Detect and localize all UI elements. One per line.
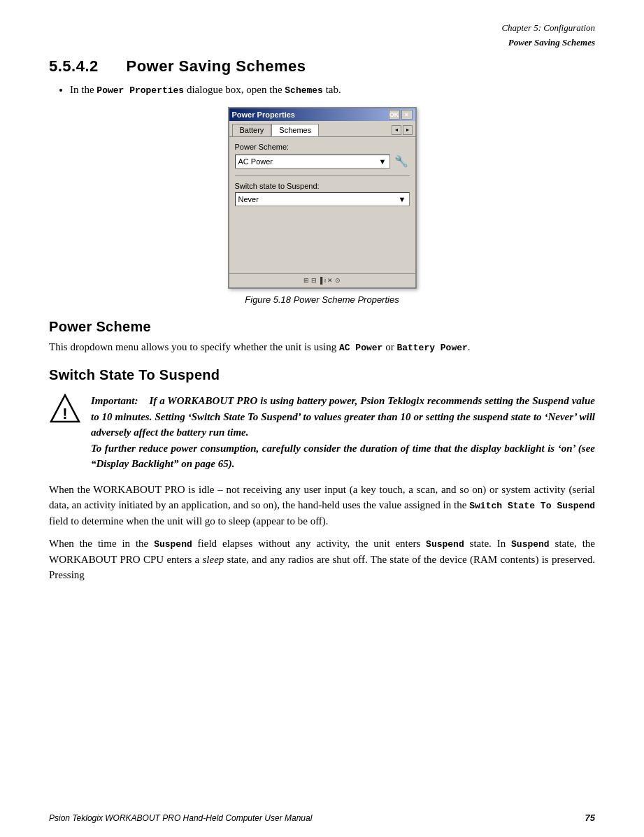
scheme-icon: 🔧 (393, 153, 410, 170)
header-section: Power Saving Schemes (501, 36, 595, 50)
switch-state-heading: Switch State To Suspend (49, 367, 595, 383)
schemes-ref: Schemes (285, 85, 323, 96)
section-title: Power Saving Schemes (126, 57, 306, 75)
titlebar-buttons: OK × (389, 110, 413, 120)
figure-container: Power Properties OK × Battery Schemes ◂ … (49, 107, 595, 305)
important-box: ! Important: If a WORKABOUT PRO is using… (49, 393, 595, 472)
figure-caption: Figure 5.18 Power Scheme Properties (245, 294, 399, 305)
bullet-item-1: In the Power Properties dialogue box, op… (70, 84, 595, 96)
sleep-ref: sleep (202, 554, 224, 565)
ac-power-ref: AC Power (339, 343, 382, 353)
page-header: Chapter 5: Configuration Power Saving Sc… (49, 21, 595, 50)
ok-button[interactable]: OK (389, 110, 400, 120)
power-properties-ref: Power Properties (96, 85, 184, 96)
power-properties-dialog: Power Properties OK × Battery Schemes ◂ … (228, 107, 417, 289)
suspend-select[interactable]: Never ▼ (235, 192, 410, 206)
body-para-1: When the WORKABOUT PRO is idle – not rec… (49, 482, 595, 529)
tab-nav: ◂ ▸ (392, 124, 413, 136)
bullet-list: In the Power Properties dialogue box, op… (56, 84, 595, 96)
suspend-row: Never ▼ (235, 192, 410, 206)
footer-page: 75 (585, 813, 595, 823)
body-para-2: When the time in the Suspend field elaps… (49, 536, 595, 583)
close-button[interactable]: × (401, 110, 413, 120)
footer-text: Psion Teklogix WORKABOUT PRO Hand-Held C… (49, 813, 585, 823)
suspend-ref-1: Suspend (154, 539, 192, 550)
svg-text:!: ! (62, 405, 67, 422)
power-scheme-para: This dropdown menu allows you to specify… (49, 339, 595, 355)
section-number: 5.5.4.2 (49, 57, 99, 75)
power-scheme-row: AC Power ▼ 🔧 (235, 153, 410, 170)
page-container: Chapter 5: Configuration Power Saving Sc… (0, 0, 644, 837)
dialog-titlebar: Power Properties OK × (229, 108, 415, 121)
dialog-tabs: Battery Schemes ◂ ▸ (229, 121, 415, 137)
tab-arrow-right[interactable]: ▸ (403, 125, 413, 135)
dialog-statusbar: ⊞ ⊟ ▐ i ✕ ⊙ (229, 273, 415, 287)
suspend-label: Switch state to Suspend: (235, 182, 410, 190)
power-scheme-arrow: ▼ (379, 157, 387, 166)
status-icons: ⊞ ⊟ ▐ i ✕ ⊙ (303, 277, 341, 284)
important-label: Important: (91, 395, 138, 406)
power-scheme-value: AC Power (238, 157, 273, 166)
important-content: Important: If a WORKABOUT PRO is using b… (91, 393, 595, 472)
suspend-ref-3: Suspend (511, 539, 550, 550)
dialog-title: Power Properties (232, 110, 295, 119)
dialog-empty-area (235, 212, 410, 268)
suspend-value: Never (238, 195, 259, 203)
important-para1: If a WORKABOUT PRO is using battery powe… (91, 395, 595, 438)
warning-triangle-icon: ! (50, 394, 80, 424)
warning-icon-container: ! (49, 393, 81, 425)
tab-arrow-left[interactable]: ◂ (392, 125, 401, 135)
dialog-divider (235, 176, 410, 176)
switch-state-ref: Switch State To Suspend (469, 501, 595, 511)
important-text-1: Important: If a WORKABOUT PRO is using b… (91, 393, 595, 441)
battery-power-ref: Battery Power (396, 343, 467, 353)
tab-battery[interactable]: Battery (232, 124, 272, 136)
header-chapter: Chapter 5: Configuration (501, 21, 595, 36)
suspend-arrow: ▼ (399, 195, 406, 203)
power-scheme-label: Power Scheme: (235, 143, 410, 151)
important-text-2: To further reduce power consumption, car… (91, 441, 595, 472)
page-footer: Psion Teklogix WORKABOUT PRO Hand-Held C… (0, 813, 644, 823)
header-right: Chapter 5: Configuration Power Saving Sc… (501, 21, 595, 50)
power-scheme-heading: Power Scheme (49, 319, 595, 335)
section-heading: 5.5.4.2 Power Saving Schemes (49, 57, 595, 76)
power-scheme-select[interactable]: AC Power ▼ (235, 155, 390, 169)
tab-schemes[interactable]: Schemes (271, 124, 319, 136)
dialog-body: Power Scheme: AC Power ▼ 🔧 Switch state … (229, 137, 415, 273)
suspend-ref-2: Suspend (426, 539, 464, 550)
